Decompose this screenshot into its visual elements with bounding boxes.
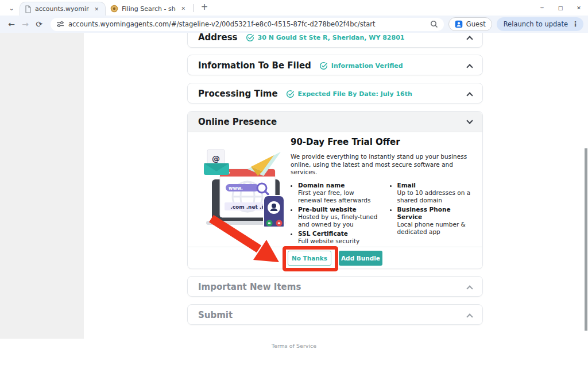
reload-icon: ⟳ <box>36 20 42 29</box>
tab-strip: ⌄ accounts.wyomingagents.com/ ✕ Filing S… <box>0 0 588 16</box>
url-text[interactable]: accounts.wyomingagents.com/#/stageline-v… <box>68 20 430 28</box>
feature-desc: Local phone number & dedicated app <box>397 221 466 235</box>
section-important-header[interactable]: Important New Items <box>188 277 482 297</box>
section-title: Online Presence <box>198 117 277 127</box>
section-processing-header[interactable]: Processing Time Expected File By Date: J… <box>188 83 482 104</box>
maximize-icon: □ <box>558 5 563 11</box>
close-button[interactable]: ✕ <box>570 0 588 16</box>
feature-list-left: Domain name First year free, low renewal… <box>291 182 378 247</box>
section-information: Information To Be Filed Information Veri… <box>187 55 483 75</box>
address-bar[interactable]: accounts.wyomingagents.com/#/stageline-v… <box>51 18 444 31</box>
plus-icon: + <box>201 2 208 12</box>
information-status: Information Verified <box>319 62 403 70</box>
online-presence-body: www. .com .net .io @ <box>188 132 482 247</box>
section-address: Address 30 N Gould St Ste R, Sheridan, W… <box>187 33 483 48</box>
search-zoom-icon[interactable] <box>430 20 438 28</box>
status-text: 30 N Gould St Ste R, Sheridan, WY 82801 <box>258 34 405 41</box>
browser-toolbar: ← → ⟳ accounts.wyomingagents.com/#/stage… <box>0 16 588 33</box>
section-important-new-items: Important New Items <box>187 276 483 297</box>
status-text: Expected File By Date: July 16th <box>298 90 412 98</box>
tab-separator <box>193 4 194 12</box>
minimize-button[interactable]: ─ <box>533 0 551 16</box>
state-seal-icon <box>110 5 118 13</box>
offer-content: 90-Day Free Trial Offer We provide every… <box>291 137 477 247</box>
feature-item: Email Up to 10 addresses on a shared dom… <box>397 182 478 204</box>
browser-window: ⌄ accounts.wyomingagents.com/ ✕ Filing S… <box>0 0 588 368</box>
relaunch-label: Relaunch to update <box>504 20 568 28</box>
tab-search-button[interactable]: ⌄ <box>5 2 18 14</box>
section-submit: Submit <box>187 304 483 325</box>
section-title: Information To Be Filed <box>198 60 311 71</box>
maximize-button[interactable]: □ <box>551 0 570 16</box>
domains-text: .com .net .io <box>230 204 267 210</box>
chevron-up-icon[interactable] <box>466 313 473 320</box>
feature-desc: First year free, low renewal fees afterw… <box>298 189 371 204</box>
section-title: Submit <box>198 310 233 320</box>
reload-button[interactable]: ⟳ <box>32 17 46 31</box>
feature-item: Domain name First year free, low renewal… <box>298 182 378 204</box>
chevron-up-icon[interactable] <box>466 285 473 292</box>
feature-columns: Domain name First year free, low renewal… <box>291 182 477 247</box>
document-icon <box>25 5 32 13</box>
feature-item: Pre-built website Hosted by us, finely-t… <box>298 206 378 228</box>
feature-name: SSL Certificate <box>298 230 378 237</box>
back-button[interactable]: ← <box>5 17 18 31</box>
section-information-header[interactable]: Information To Be Filed Information Veri… <box>188 55 482 76</box>
section-online-presence-header[interactable]: Online Presence <box>188 112 482 132</box>
add-bundle-button[interactable]: Add Bundle <box>339 251 382 266</box>
window-controls: ─ □ ✕ <box>533 0 588 16</box>
feature-name: Business Phone Service <box>397 206 478 221</box>
www-search-text: www. <box>229 186 243 191</box>
forward-icon: → <box>22 20 29 29</box>
back-icon: ← <box>8 20 15 29</box>
terms-of-service-link[interactable]: Terms of Service <box>272 343 316 349</box>
page-content: Address 30 N Gould St Ste R, Sheridan, W… <box>0 33 588 368</box>
tab-title: accounts.wyomingagents.com/ <box>35 5 89 13</box>
site-settings-icon[interactable] <box>56 20 64 28</box>
chevron-up-icon[interactable] <box>466 64 473 70</box>
close-tab-icon[interactable]: ✕ <box>179 5 187 13</box>
tab-accounts[interactable]: accounts.wyomingagents.com/ ✕ <box>20 2 106 16</box>
section-online-presence: Online Presence <box>187 111 483 269</box>
check-circle-icon <box>246 33 254 42</box>
tab-filing-search[interactable]: Filing Search - short term renta ✕ <box>106 2 192 16</box>
chevron-down-icon[interactable] <box>466 117 473 124</box>
section-title: Important New Items <box>198 282 301 292</box>
section-submit-header[interactable]: Submit <box>188 305 482 325</box>
offer-description: We provide everything to instantly stand… <box>291 153 477 177</box>
offer-actions: No Thanks Add Bundle <box>188 247 482 269</box>
feature-desc: Hosted by us, finely-tuned and owned by … <box>298 213 377 228</box>
forward-button[interactable]: → <box>18 17 32 31</box>
feature-list-right: Email Up to 10 addresses on a shared dom… <box>390 182 478 247</box>
feature-desc: Up to 10 addresses on a shared domain <box>397 189 471 204</box>
section-address-header[interactable]: Address 30 N Gould St Ste R, Sheridan, W… <box>188 33 482 47</box>
guest-label: Guest <box>466 20 486 28</box>
kebab-menu-icon[interactable]: ⋮ <box>572 20 579 28</box>
at-symbol-text: @ <box>212 154 220 163</box>
feature-name: Domain name <box>298 182 378 189</box>
guest-profile-button[interactable]: Guest <box>448 17 492 31</box>
address-status: 30 N Gould St Ste R, Sheridan, WY 82801 <box>246 33 405 42</box>
offer-heading: 90-Day Free Trial Offer <box>291 137 477 147</box>
section-title: Processing Time <box>198 89 278 99</box>
new-tab-button[interactable]: + <box>198 1 211 13</box>
feature-item: SSL Certificate Full website security <box>298 230 378 245</box>
processing-status: Expected File By Date: July 16th <box>286 90 412 98</box>
relaunch-to-update-button[interactable]: Relaunch to update ⋮ <box>497 17 583 31</box>
minimize-icon: ─ <box>540 5 543 11</box>
chevron-up-icon[interactable] <box>466 92 473 98</box>
check-circle-icon <box>286 90 295 98</box>
section-title: Address <box>198 33 238 43</box>
close-tab-icon[interactable]: ✕ <box>92 5 100 13</box>
no-thanks-button[interactable]: No Thanks <box>288 251 331 266</box>
feature-desc: Full website security <box>298 237 359 244</box>
chevron-up-icon[interactable] <box>466 36 473 42</box>
online-presence-illustration: www. .com .net .io @ <box>196 146 288 227</box>
status-text: Information Verified <box>331 62 403 70</box>
close-icon: ✕ <box>577 5 581 11</box>
feature-name: Pre-built website <box>298 206 378 213</box>
scrollbar-thumb[interactable] <box>585 148 587 331</box>
footer: Terms of Service <box>0 339 588 350</box>
guest-avatar-icon <box>455 20 463 28</box>
tab-title: Filing Search - short term renta <box>122 5 176 13</box>
